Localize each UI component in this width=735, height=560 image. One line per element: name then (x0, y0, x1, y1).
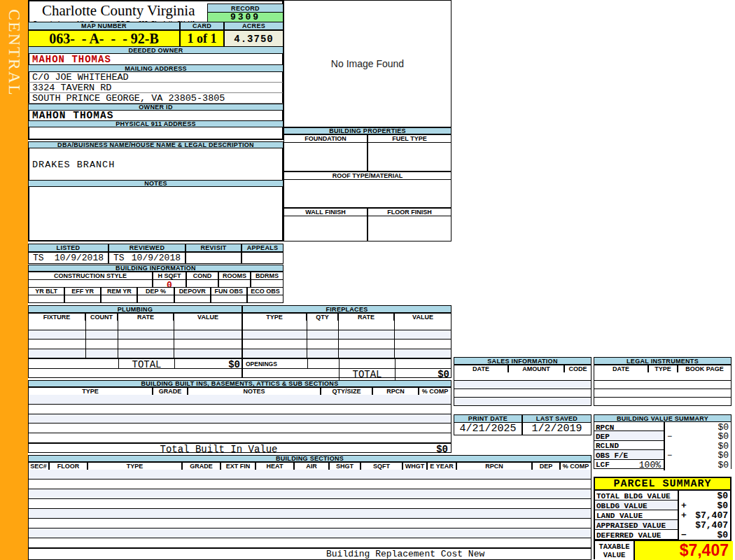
row-value: $0 (717, 491, 728, 501)
building-properties-title: BUILDING PROPERTIES (284, 127, 451, 134)
table-row: OBLDG VALUE + $0 (595, 500, 730, 510)
building-information-year-headers: YR BLT EFF YR REM YR DEP % DEPOVR FUN OB… (28, 287, 284, 295)
visits-values: TS 10/9/2018 TS 10/9/2018 (28, 252, 284, 262)
plumbing-blank-row (28, 369, 242, 378)
acres-label: ACRES (224, 22, 284, 30)
openings-qty (307, 359, 339, 368)
building-properties-headers-1: FOUNDATION FUEL TYPE (284, 134, 451, 142)
built-ins-headers: TYPE GRADE NOTES QTY/SIZE RPCN % COMP (28, 387, 451, 395)
table-row (29, 538, 591, 548)
revisit-value (186, 252, 241, 264)
operator: + (681, 500, 687, 511)
built-ins-total-label: Total Built In Value (29, 444, 409, 455)
table-row (29, 424, 451, 433)
table-row (243, 340, 451, 349)
table-row (454, 398, 591, 406)
fireplaces-rows (242, 321, 451, 358)
table-row (29, 414, 451, 424)
table-row: TOTAL BLDG VALUE $0 (595, 491, 730, 500)
mailing-address-label: MAILING ADDRESS (28, 64, 284, 72)
plumbing-rows (28, 321, 242, 358)
table-row (29, 489, 591, 499)
table-row (243, 330, 451, 340)
mailing-address-line-3: SOUTH PRINCE GEORGE, VA 23805-3805 (28, 93, 284, 104)
table-row: RCLND $0 (594, 441, 731, 450)
building-sections-headers: SEC# FLOOR TYPE GRADE EXT FIN HEAT AIR S… (28, 462, 592, 470)
plumbing-title: PLUMBING (28, 305, 242, 313)
table-row (29, 405, 451, 414)
region-sidebar: CENTRAL (0, 0, 28, 560)
building-sections-title: BUILDING SECTIONS (28, 455, 592, 462)
reviewed-date: 10/9/2018 (132, 253, 181, 263)
map-number-value: 063- - A- - - 92-B (28, 30, 180, 48)
built-ins-title: BUILDING BUILT INS, BASEMENTS, ATTICS & … (28, 380, 451, 387)
built-ins-total-value: $0 (409, 444, 451, 455)
row-value-cell: $0 (664, 460, 731, 470)
eff-yr-value (64, 295, 101, 303)
fireplaces-title: FIREPLACES (242, 305, 451, 313)
row-value-cell: + $7,407 (678, 510, 730, 521)
yr-blt-value (28, 295, 64, 303)
row-label: APPRAISED VALUE (595, 520, 678, 531)
table-row (243, 321, 451, 330)
building-sections-rows (28, 470, 592, 548)
physical-911-value (28, 127, 284, 140)
lcf-percent: 100% (639, 460, 661, 470)
table-row (29, 340, 241, 349)
notes-label: NOTES (28, 180, 284, 187)
table-row (29, 509, 591, 519)
appeals-value (241, 252, 284, 264)
row-value: $7,407 (695, 520, 728, 531)
building-replacement-cost-row: Building Replacement Cost New (28, 548, 592, 560)
operator: − (667, 451, 672, 461)
row-value: $0 (717, 530, 728, 540)
table-row (29, 519, 591, 528)
depovr-value (174, 295, 211, 303)
last-saved-value: 1/2/2019 (522, 422, 592, 435)
building-properties-values-3 (284, 216, 451, 241)
table-row: APPRAISED VALUE $7,407 (595, 520, 730, 530)
property-photo-placeholder: No Image Found (284, 0, 451, 127)
row-label: TOTAL BLDG VALUE (595, 491, 678, 501)
table-row: LAND VALUE + $7,407 (595, 510, 730, 520)
row-value-cell: $0 (678, 491, 730, 501)
notes-value (28, 187, 284, 241)
taxable-value-row: TAXABLE VALUE $7,407 (594, 540, 732, 559)
plumbing-headers: FIXTURE COUNT RATE VALUE (28, 313, 242, 321)
property-record-card: CENTRAL Charlotte County Virginia Commis… (0, 0, 735, 560)
row-label: DEFERRED VALUE (595, 530, 678, 540)
sales-rows (454, 372, 592, 406)
mailing-address-line-1: C/O JOE WHITEHEAD (28, 72, 284, 83)
row-value: $0 (717, 500, 728, 511)
table-row (29, 330, 241, 340)
fireplaces-total-label: TOTAL (339, 369, 395, 380)
floor-finish-value (368, 216, 451, 241)
column-divider (85, 321, 86, 358)
print-date-value: 4/21/2025 (454, 422, 522, 435)
column-divider (118, 321, 118, 358)
legal-instruments-title: LEGAL INSTRUMENTS (594, 357, 732, 365)
fireplaces-total-row: TOTAL $0 (242, 369, 451, 378)
deeded-owner-label: DEEDED OWNER (28, 46, 284, 54)
region-name: CENTRAL (0, 0, 28, 105)
table-row (29, 321, 241, 330)
column-divider (338, 321, 339, 358)
sales-information-title: SALES INFORMATION (454, 357, 592, 365)
openings-label: OPENINGS (243, 359, 307, 368)
building-value-summary-title: BUILDING VALUE SUMMARY (594, 414, 732, 422)
row-label: LCF 100% (594, 460, 664, 470)
wall-finish-value (284, 216, 368, 241)
no-image-text: No Image Found (331, 58, 404, 69)
plumbing-total-row: TOTAL $0 (28, 358, 242, 369)
column-divider (307, 321, 307, 358)
deeded-owner-value: MAHON THOMAS (28, 54, 284, 64)
row-value-cell: − $0 (678, 530, 730, 540)
sales-headers: DATE AMOUNT CODE (454, 365, 592, 372)
table-row (454, 389, 591, 398)
row-label: OBLDG VALUE (595, 500, 678, 511)
taxable-value-label: TAXABLE VALUE (595, 541, 634, 560)
foundation-value (284, 142, 368, 172)
lcf-label: LCF (596, 461, 610, 469)
building-information-style-headers: CONSTRUCTION STYLE H SQFT COND ROOMS BDR… (28, 272, 284, 279)
table-row (454, 372, 591, 381)
